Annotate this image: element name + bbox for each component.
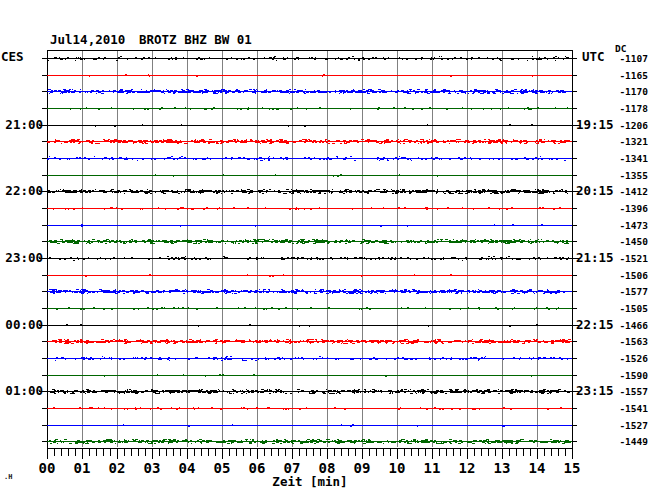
trace-noise-blip [346, 142, 347, 143]
trace-noise-blip [55, 140, 57, 141]
trace-noise-blip [313, 440, 315, 441]
trace-noise-blip [485, 356, 486, 357]
trace-noise-blip [281, 259, 282, 260]
trace-noise-blip [332, 343, 333, 344]
trace-noise-blip [64, 393, 66, 394]
trace-noise-blip [54, 390, 56, 391]
trace-noise-blip [199, 140, 201, 141]
trace-noise-blip [358, 389, 359, 390]
trace-noise-blip [75, 292, 77, 293]
trace-noise-blip [353, 140, 354, 141]
trace-noise-blip [292, 443, 294, 444]
trace-noise-blip [505, 140, 508, 141]
trace-noise-blip [443, 292, 446, 293]
trace-noise-blip [206, 292, 209, 293]
trace-noise-blip [395, 290, 397, 291]
trace-noise-blip [185, 256, 186, 257]
trace-noise-blip [534, 309, 535, 310]
trace-noise-blip [547, 289, 548, 290]
trace-noise-blip [283, 159, 284, 160]
trace-noise-blip [254, 442, 255, 443]
trace-noise-blip [505, 240, 506, 241]
trace-noise-blip [86, 243, 87, 244]
trace-noise-blip [227, 257, 228, 258]
trace-noise-blip [204, 59, 205, 60]
trace-noise-blip [144, 192, 147, 193]
trace-noise-blip [368, 440, 371, 441]
trace-noise-blip [321, 440, 322, 441]
trace-noise-blip [157, 142, 159, 143]
trace-noise-blip [295, 209, 297, 210]
trace-noise-blip [434, 290, 436, 291]
trace-noise-blip [417, 89, 420, 90]
trace-noise-blip [301, 140, 302, 141]
trace-noise-blip [215, 292, 216, 293]
trace-noise-blip [343, 292, 346, 293]
dc-value: -1527 [606, 421, 648, 431]
trace-noise-blip [201, 342, 203, 343]
trace-noise-blip [449, 289, 450, 290]
trace-noise-blip [238, 243, 240, 244]
trace-noise-blip [355, 190, 356, 191]
trace-noise-blip [190, 390, 192, 391]
trace-noise-blip [135, 439, 138, 440]
trace-noise-blip [109, 90, 110, 91]
trace-noise-blip [304, 142, 306, 143]
trace-noise-blip [184, 157, 186, 158]
trace-noise-blip [313, 243, 316, 244]
trace-noise-blip [187, 209, 188, 210]
trace-noise-blip [565, 243, 567, 244]
trace-noise-blip [312, 190, 315, 191]
trace-noise-blip [248, 57, 250, 58]
trace-noise-blip [308, 157, 310, 158]
trace-noise-blip [148, 92, 150, 93]
trace-noise-blip [449, 159, 451, 160]
trace-noise-blip [193, 407, 194, 408]
trace-noise-blip [244, 190, 246, 191]
trace-noise-blip [264, 159, 265, 160]
trace-noise-blip [376, 142, 377, 143]
trace-noise-blip [404, 442, 406, 443]
trace-noise-blip [506, 257, 507, 258]
trace-noise-blip [82, 442, 85, 443]
trace-noise-blip [387, 160, 389, 161]
trace-noise-blip [401, 389, 403, 390]
trace-noise-blip [127, 340, 128, 341]
trace-noise-blip [326, 142, 328, 143]
trace-noise-blip [423, 140, 424, 141]
trace-noise-blip [429, 359, 431, 360]
trace-noise-blip [404, 392, 405, 393]
trace-noise-blip [568, 257, 569, 258]
trace-noise-blip [328, 143, 330, 144]
trace-noise-blip [365, 140, 367, 141]
trace-noise-blip [255, 243, 258, 244]
trace-noise-blip [132, 92, 135, 93]
trace-noise-blip [507, 440, 509, 441]
trace-noise-blip [515, 443, 518, 444]
trace-noise-blip [495, 307, 497, 308]
trace-noise-blip [283, 409, 284, 410]
trace-noise-blip [407, 242, 410, 243]
trace-noise-blip [213, 93, 215, 94]
trace-noise-blip [378, 390, 379, 391]
trace-noise-blip [401, 343, 404, 344]
trace-noise-blip [343, 390, 345, 391]
trace-noise-blip [460, 159, 461, 160]
trace-noise-blip [286, 189, 289, 190]
trace-noise-blip [495, 292, 496, 293]
trace-noise-blip [488, 243, 489, 244]
trace-noise-blip [475, 290, 476, 291]
trace-noise-blip [51, 242, 52, 243]
trace-noise-blip [514, 307, 515, 308]
trace-noise-blip [231, 242, 234, 243]
trace-noise-blip [72, 192, 73, 193]
trace-noise-blip [557, 340, 560, 341]
trace-noise-blip [384, 140, 387, 141]
trace-noise-blip [239, 157, 241, 158]
trace-noise-blip [452, 193, 454, 194]
trace-noise-blip [210, 259, 211, 260]
trace-noise-blip [466, 59, 468, 60]
trace-noise-blip [554, 390, 556, 391]
trace-noise-blip [526, 292, 528, 293]
trace-noise-blip [366, 259, 367, 260]
